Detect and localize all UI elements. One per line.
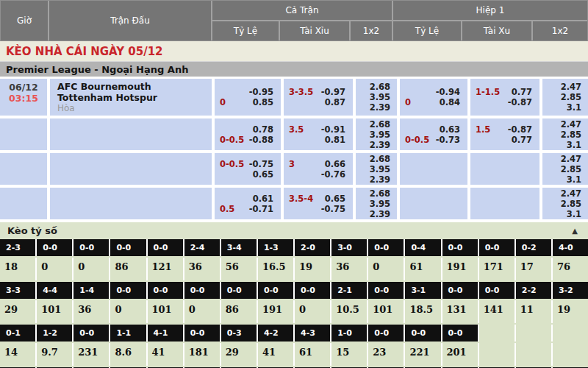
score-cell[interactable]: 0-0 [184,325,220,342]
score-cell[interactable]: 2-3 [0,239,35,256]
score-odds-cell[interactable]: 61 [405,258,440,280]
score-cell[interactable]: 2-2 [516,282,551,299]
odds-cell-h1-overunder[interactable]: 1.5-0.870.77 [470,118,539,150]
score-cell[interactable]: 0-0 [258,282,293,299]
score-cell[interactable]: 0-0 [74,325,109,342]
odds-cell-h1-overunder[interactable] [470,153,539,185]
score-cell[interactable]: 0-0 [110,282,146,299]
score-cell[interactable]: 1-2 [37,325,72,342]
score-odds-cell[interactable]: 86 [110,258,146,280]
score-cell[interactable]: 0-0 [368,282,404,299]
score-odds-cell[interactable]: 101 [148,300,183,323]
odds-cell-ft-handicap[interactable]: 0.780-0.5-0.88 [215,118,281,150]
score-cell[interactable]: 0-4 [405,239,440,256]
score-cell[interactable]: 4-2 [258,325,293,342]
odds-cell-ft-1x2[interactable]: 2.683.952.39 [356,153,397,185]
score-cell[interactable]: 0-0 [148,239,183,256]
score-odds-cell[interactable]: 231 [74,343,109,366]
score-odds-cell[interactable]: 29 [221,343,257,366]
score-cell[interactable]: 0-0 [295,282,330,299]
odds-cell-h1-1x2[interactable]: 2.472.853.1 [542,188,588,219]
score-cell[interactable]: 1-3 [258,239,293,256]
score-cell[interactable]: 0-1 [0,325,35,342]
score-odds-cell[interactable]: 0 [368,258,404,280]
score-cell[interactable]: 0-0 [442,239,478,256]
score-odds-cell[interactable]: 18 [0,258,35,280]
score-cell[interactable]: 1-0 [331,325,367,342]
score-cell[interactable]: 0-0 [368,325,404,342]
score-odds-cell[interactable]: 0 [37,258,72,280]
score-odds-cell[interactable]: 101 [368,300,404,323]
odds-cell-ft-overunder[interactable]: 3-3.5-0.970.87 [284,79,353,116]
odds-cell-h1-overunder[interactable] [470,188,539,219]
score-odds-cell[interactable]: 36 [331,258,367,280]
score-odds-cell[interactable]: 9.7 [37,343,72,366]
odds-cell-ft-handicap[interactable]: -0.9500.85 [215,79,281,116]
score-cell[interactable]: 3-0 [331,239,367,256]
score-odds-cell[interactable]: 121 [148,258,183,280]
odds-cell-ft-handicap[interactable]: 0-0.5-0.750.65 [215,153,281,185]
score-cell[interactable]: 4-0 [553,239,588,256]
score-odds-cell[interactable]: 76 [553,258,588,280]
score-cell[interactable]: 0-3 [221,325,257,342]
score-cell[interactable]: 2-1 [331,282,367,299]
score-odds-cell[interactable]: 0 [110,300,146,323]
score-cell[interactable]: 0-0 [221,282,257,299]
score-odds-cell[interactable]: 36 [74,300,109,323]
odds-cell-h1-1x2[interactable]: 2.472.853.1 [542,79,588,116]
score-odds-cell[interactable]: 131 [442,300,478,323]
score-odds-cell[interactable]: 171 [479,258,514,280]
score-odds-cell[interactable]: 19 [553,300,588,323]
score-odds-cell[interactable]: 0 [295,300,330,323]
odds-cell-ft-1x2[interactable]: 2.683.952.39 [356,118,397,150]
score-odds-cell[interactable]: 61 [295,343,330,366]
collapse-arrow-icon[interactable]: ▲ [572,227,578,235]
score-cell[interactable]: 4-3 [295,325,330,342]
score-cell[interactable]: 0-0 [184,282,220,299]
odds-cell-h1-1x2[interactable]: 2.472.853.1 [542,118,588,150]
score-cell[interactable]: 4-1 [148,325,183,342]
score-cell[interactable]: 0-0 [148,282,183,299]
score-odds-cell[interactable]: 23 [368,343,404,366]
odds-cell-ft-overunder[interactable]: 3.5-0.910.81 [284,118,353,150]
score-odds-cell[interactable]: 19 [295,258,330,280]
score-odds-cell[interactable]: 191 [442,258,478,280]
odds-cell-ft-1x2[interactable]: 2.683.952.39 [356,79,397,116]
odds-cell-ft-overunder[interactable]: 3.5-40.65-0.75 [284,188,353,219]
score-odds-cell[interactable]: 41 [148,343,183,366]
score-cell[interactable]: 0-0 [442,282,478,299]
score-cell[interactable]: 0-0 [37,239,72,256]
score-cell[interactable]: 0-2 [516,239,551,256]
odds-cell-h1-1x2[interactable]: 2.472.853.1 [542,153,588,185]
score-odds-cell[interactable]: 17 [516,258,551,280]
odds-cell-h1-handicap[interactable] [400,188,467,219]
odds-cell-ft-overunder[interactable]: 30.66-0.76 [284,153,353,185]
score-cell[interactable]: 0-0 [405,325,440,342]
score-cell[interactable]: 2-4 [184,239,220,256]
score-cell[interactable]: 1-4 [74,282,109,299]
score-cell[interactable]: 0-0 [479,282,514,299]
score-odds-cell[interactable]: 11 [516,300,551,323]
score-odds-cell[interactable]: 8.6 [110,343,146,366]
score-odds-cell[interactable]: 56 [221,258,257,280]
score-section-header[interactable]: Kèo tỷ số ▲ [0,222,588,239]
score-odds-cell[interactable]: 41 [258,343,293,366]
score-cell[interactable]: 0-0 [442,325,478,342]
score-cell[interactable]: 3-4 [221,239,257,256]
score-odds-cell[interactable]: 0 [184,300,220,323]
score-odds-cell[interactable]: 36 [184,258,220,280]
odds-cell-h1-handicap[interactable]: -0.9400.84 [400,79,467,116]
score-odds-cell[interactable]: 141 [479,300,514,323]
score-cell[interactable]: 0-0 [110,239,146,256]
score-odds-cell[interactable]: 14 [0,343,35,366]
score-odds-cell[interactable]: 10.5 [331,300,367,323]
score-cell[interactable]: 1-1 [110,325,146,342]
score-cell[interactable]: 0-0 [479,239,514,256]
score-odds-cell[interactable]: 221 [405,343,440,366]
score-odds-cell[interactable]: 181 [184,343,220,366]
score-cell[interactable]: 0-0 [368,239,404,256]
score-odds-cell[interactable]: 201 [442,343,478,366]
odds-cell-h1-handicap[interactable]: 0.630-0.5-0.73 [400,118,467,150]
score-odds-cell[interactable]: 18.5 [405,300,440,323]
score-cell[interactable]: 2-0 [295,239,330,256]
